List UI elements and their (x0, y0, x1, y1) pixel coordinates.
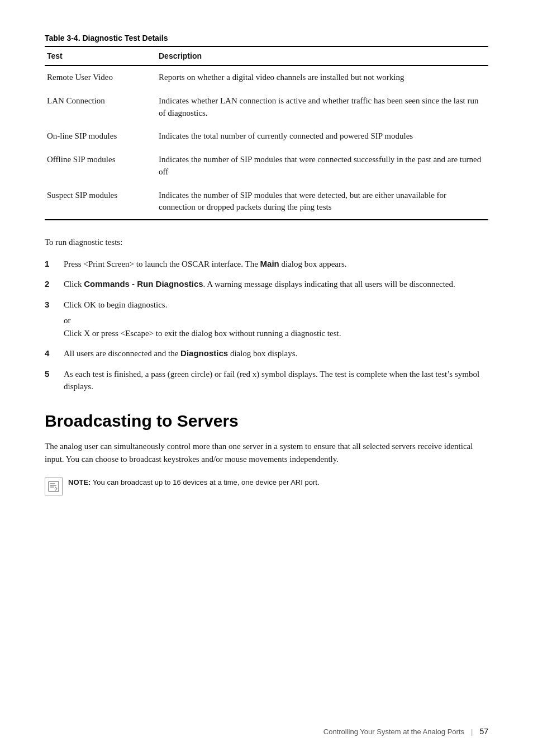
step-sub2-text: Click X or press <Escape> to exit the di… (64, 327, 341, 340)
section-body: The analog user can simultaneously contr… (45, 440, 488, 466)
step-main-text: Click OK to begin diagnostics. (64, 300, 167, 309)
description-cell: Indicates the number of SIP modules that… (156, 184, 488, 220)
step-content: All users are disconnected and the Diagn… (64, 347, 297, 360)
steps-list: 1Press <Print Screen> to launch the OSCA… (45, 258, 488, 393)
step-content: As each test is finished, a pass (green … (64, 368, 488, 393)
test-name-cell: Suspect SIP modules (45, 184, 156, 220)
step-bold-text: Diagnostics (180, 348, 228, 358)
list-item: 4All users are disconnected and the Diag… (45, 347, 488, 360)
step-number: 3 (45, 299, 60, 311)
step-number: 2 (45, 278, 60, 291)
table-row: Remote User VideoReports on whether a di… (45, 65, 488, 89)
step-content: Press <Print Screen> to launch the OSCAR… (64, 258, 347, 271)
list-item: 3Click OK to begin diagnostics.orClick X… (45, 299, 488, 340)
table-row: Suspect SIP modulesIndicates the number … (45, 184, 488, 220)
description-cell: Indicates the total number of currently … (156, 125, 488, 148)
note-box: NOTE: You can broadcast up to 16 devices… (45, 477, 488, 495)
step-content: Click OK to begin diagnostics.orClick X … (64, 299, 341, 340)
section-heading: Broadcasting to Servers (45, 411, 488, 431)
description-cell: Indicates whether LAN connection is acti… (156, 89, 488, 125)
description-cell: Reports on whether a digital video chann… (156, 65, 488, 89)
note-label: NOTE: (68, 478, 91, 486)
step-content: Click Commands - Run Diagnostics. A warn… (64, 278, 455, 291)
table-row: LAN ConnectionIndicates whether LAN conn… (45, 89, 488, 125)
step-number: 5 (45, 368, 60, 381)
intro-text: To run diagnostic tests: (45, 236, 488, 249)
test-name-cell: On-line SIP modules (45, 125, 156, 148)
step-after-text: dialog box appears. (279, 259, 347, 268)
svg-rect-0 (49, 481, 59, 492)
footer: Controlling Your System at the Analog Po… (0, 727, 533, 736)
step-after-text: dialog box displays. (228, 349, 297, 358)
test-name-cell: Remote User Video (45, 65, 156, 89)
step-number: 4 (45, 347, 60, 360)
note-text: NOTE: You can broadcast up to 16 devices… (68, 477, 320, 488)
step-sub-text: or (64, 314, 341, 327)
step-bold-text: Main (260, 259, 279, 268)
step-after-text: . A warning message displays indicating … (203, 280, 455, 289)
footer-page: 57 (479, 727, 488, 736)
table-row: Offline SIP modulesIndicates the number … (45, 148, 488, 184)
note-icon (45, 478, 63, 495)
step-plain-text: Click (64, 280, 84, 289)
col-header-test: Test (45, 46, 156, 65)
step-text: As each test is finished, a pass (green … (64, 370, 479, 391)
note-body: You can broadcast up to 16 devices at a … (91, 478, 319, 486)
col-header-description: Description (156, 46, 488, 65)
test-name-cell: LAN Connection (45, 89, 156, 125)
table-caption: Table 3-4. Diagnostic Test Details (45, 34, 488, 42)
footer-label: Controlling Your System at the Analog Po… (323, 727, 464, 736)
footer-divider: | (471, 727, 473, 736)
step-number: 1 (45, 258, 60, 271)
list-item: 1Press <Print Screen> to launch the OSCA… (45, 258, 488, 271)
list-item: 2Click Commands - Run Diagnostics. A war… (45, 278, 488, 291)
step-bold-text: Commands - Run Diagnostics (84, 279, 203, 289)
list-item: 5As each test is finished, a pass (green… (45, 368, 488, 393)
step-plain-text: All users are disconnected and the (64, 349, 180, 358)
test-name-cell: Offline SIP modules (45, 148, 156, 184)
table-row: On-line SIP modulesIndicates the total n… (45, 125, 488, 148)
step-plain-text: Press <Print Screen> to launch the OSCAR… (64, 259, 260, 268)
description-cell: Indicates the number of SIP modules that… (156, 148, 488, 184)
diagnostic-table: Test Description Remote User VideoReport… (45, 46, 488, 220)
